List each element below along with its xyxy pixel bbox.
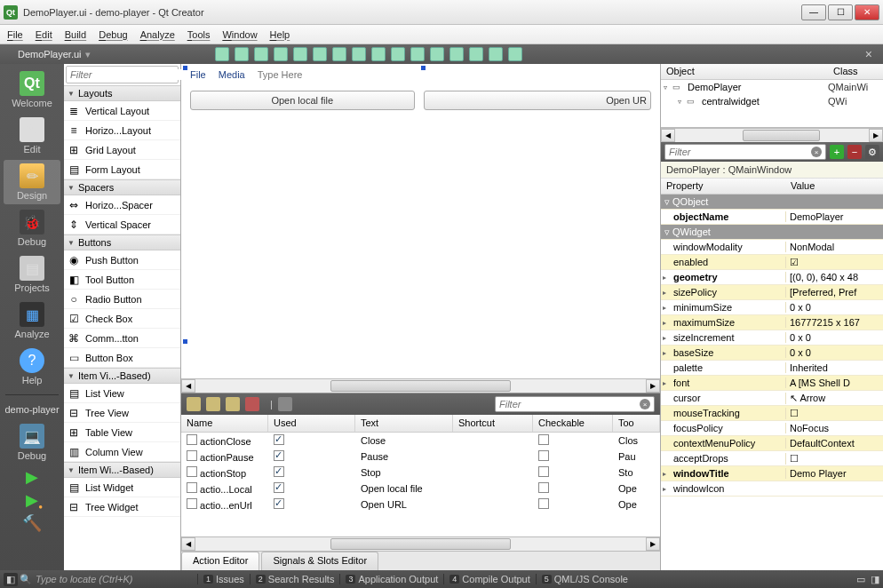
tool-icon[interactable] [391, 47, 405, 61]
toggle-right-icon[interactable]: ◨ [871, 574, 879, 585]
widget-item[interactable]: ▤Form Layout [64, 160, 180, 179]
widget-item[interactable]: ○Radio Button [64, 290, 180, 309]
tool-icon[interactable] [274, 47, 288, 61]
paste-action-icon[interactable] [226, 397, 240, 411]
tool-icon[interactable] [430, 47, 444, 61]
close-button[interactable]: ✕ [855, 4, 879, 20]
menu-edit[interactable]: Edit [36, 29, 52, 40]
property-row[interactable]: ▸maximumSize16777215 x 167 [661, 315, 883, 330]
open-url-button[interactable]: Open UR [424, 91, 652, 110]
config-prop-icon[interactable]: ⚙ [865, 145, 879, 159]
tool-icon[interactable] [508, 47, 522, 61]
open-local-button[interactable]: Open local file [190, 91, 415, 110]
new-action-icon[interactable] [187, 397, 201, 411]
property-list[interactable]: ▿ QObjectobjectNameDemoPlayer▿ QWidgetwi… [661, 195, 883, 570]
status-panel[interactable]: 3Application Output [339, 574, 443, 584]
toggle-sidebar-icon[interactable]: ◧ [4, 573, 18, 586]
property-row[interactable]: mouseTracking☐ [661, 406, 883, 421]
property-row[interactable]: cursor↖ Arrow [661, 391, 883, 406]
locator-input[interactable]: Type to locate (Ctrl+K) [36, 574, 195, 584]
property-row[interactable]: ▸geometry[(0, 0), 640 x 48 [661, 270, 883, 285]
clear-icon[interactable]: × [811, 147, 822, 157]
menu-file[interactable]: File [7, 29, 23, 40]
action-row[interactable]: actio...enUrlOpen URLOpe [181, 497, 660, 513]
property-row[interactable]: focusPolicyNoFocus [661, 421, 883, 436]
mode-analyze[interactable]: ▦Analyze [4, 298, 60, 343]
widget-filter[interactable]: × [66, 66, 179, 83]
widget-item[interactable]: ⊞Table View [64, 423, 180, 442]
add-prop-icon[interactable]: + [830, 145, 844, 159]
property-row[interactable]: paletteInherited [661, 361, 883, 376]
tab-signals-slots[interactable]: Signals & Slots Editor [261, 552, 378, 570]
property-row[interactable]: ▸sizePolicy[Preferred, Pref [661, 285, 883, 300]
action-row[interactable]: actionPausePausePau [181, 449, 660, 465]
tool-icon[interactable] [469, 47, 483, 61]
status-panel[interactable]: 4Compile Output [443, 574, 535, 584]
tool-icon[interactable] [215, 47, 229, 61]
mode-debug[interactable]: 🐞Debug [4, 206, 60, 250]
tool-icon[interactable] [371, 47, 386, 61]
mode-welcome[interactable]: QtWelcome [4, 68, 60, 112]
widget-item[interactable]: ⊟Tree Widget [64, 497, 180, 517]
action-hscroll[interactable]: ◀▶ [181, 536, 660, 551]
remove-prop-icon[interactable]: − [847, 145, 862, 159]
mode-edit[interactable]: ✎Edit [4, 114, 60, 158]
tool-icon[interactable] [332, 47, 346, 61]
run-debug-button[interactable]: ▶● [21, 489, 43, 511]
widget-section[interactable]: ▼Layouts [64, 85, 180, 101]
widget-item[interactable]: ▤List View [64, 384, 180, 403]
document-name[interactable]: DemoPlayer.ui [18, 49, 82, 60]
property-row[interactable]: ▸windowIcon [661, 481, 883, 497]
widget-section[interactable]: ▼Item Vi...-Based) [64, 368, 180, 384]
menu-help[interactable]: Help [270, 29, 290, 40]
action-row[interactable]: actio...LocalOpen local fileOpe [181, 481, 660, 497]
tool-icon[interactable] [293, 47, 307, 61]
widget-item[interactable]: ▥Column View [64, 442, 180, 462]
tool-icon[interactable] [410, 47, 425, 61]
object-row[interactable]: ▿▭centralwidgetQWi [661, 94, 883, 108]
target-selector[interactable]: demo-player [4, 401, 60, 418]
kit-selector[interactable]: 💻Debug [4, 420, 60, 465]
widget-item[interactable]: ◉Push Button [64, 250, 180, 270]
widget-item[interactable]: ☑Check Box [64, 309, 180, 329]
widget-item[interactable]: ⌘Comm...tton [64, 329, 180, 348]
maximize-button[interactable]: ☐ [828, 4, 853, 20]
tool-icon[interactable] [235, 47, 249, 61]
copy-action-icon[interactable] [206, 397, 220, 411]
form-canvas[interactable]: FileMediaType Here Open local file Open … [181, 64, 660, 378]
property-row[interactable]: ▸fontA [MS Shell D [661, 376, 883, 391]
mode-projects[interactable]: ▤Projects [4, 252, 60, 297]
widget-item[interactable]: ⇕Vertical Spacer [64, 215, 180, 234]
widget-item[interactable]: ⊟Tree View [64, 403, 180, 423]
status-panel[interactable]: 5QML/JS Console [536, 574, 633, 584]
widget-section[interactable]: ▼Buttons [64, 234, 180, 250]
config-icon[interactable] [278, 397, 292, 411]
delete-action-icon[interactable] [245, 397, 259, 411]
run-button[interactable]: ▶ [21, 466, 43, 488]
object-row[interactable]: ▿▭DemoPlayerQMainWi [661, 80, 883, 94]
widget-item[interactable]: ≡Horizo...Layout [64, 121, 180, 140]
status-panel[interactable]: 1Issues [197, 574, 250, 584]
menu-debug[interactable]: Debug [99, 29, 127, 40]
mode-help[interactable]: ?Help [4, 345, 60, 389]
property-row[interactable]: ▿ QObject [661, 195, 883, 210]
status-panel[interactable]: 2Search Results [250, 574, 340, 584]
widget-item[interactable]: ◧Tool Button [64, 270, 180, 290]
menu-tools[interactable]: Tools [187, 29, 211, 40]
mode-design[interactable]: ✏Design [4, 160, 60, 204]
tool-icon[interactable] [449, 47, 464, 61]
menu-build[interactable]: Build [65, 29, 86, 40]
tool-icon[interactable] [313, 47, 327, 61]
menu-window[interactable]: Window [222, 29, 257, 40]
canvas-hscroll[interactable]: ◀▶ [181, 378, 660, 393]
property-row[interactable]: ▸minimumSize0 x 0 [661, 300, 883, 315]
property-row[interactable]: ▿ QWidget [661, 225, 883, 240]
property-row[interactable]: acceptDrops☐ [661, 451, 883, 466]
widget-item[interactable]: ≣Vertical Layout [64, 101, 180, 121]
widget-section[interactable]: ▼Item Wi...-Based) [64, 462, 180, 478]
widget-item[interactable]: ▭Button Box [64, 348, 180, 368]
property-row[interactable]: enabled☑ [661, 255, 883, 270]
property-row[interactable]: windowModalityNonModal [661, 240, 883, 255]
close-doc-icon[interactable]: × [865, 47, 872, 61]
minimize-button[interactable]: — [801, 4, 826, 20]
